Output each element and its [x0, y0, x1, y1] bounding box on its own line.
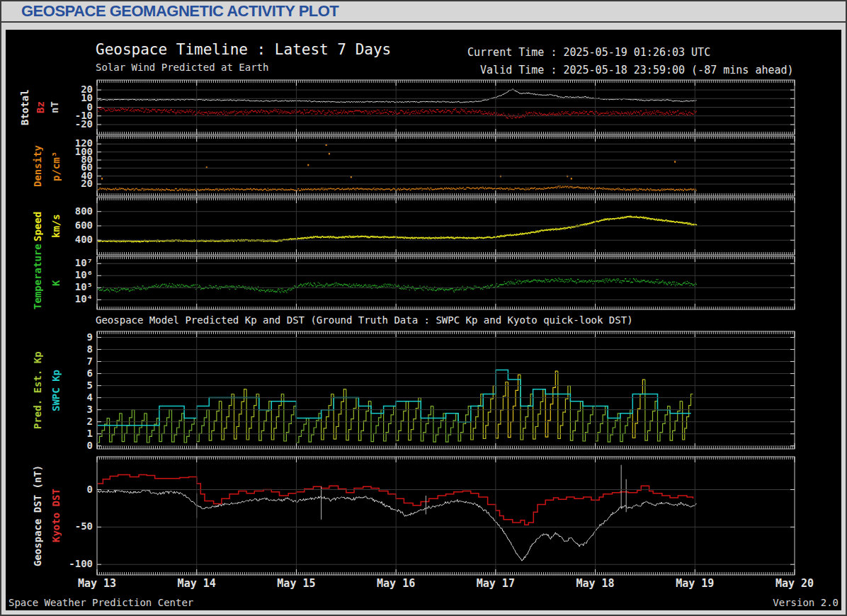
timeline-chart: Geospace Timeline : Latest 7 Days Solar … — [6, 30, 841, 610]
panel-axis-label-speed: km/s — [50, 198, 62, 255]
chart-svg — [6, 30, 841, 610]
panel-imf — [96, 89, 697, 119]
x-tick-label: May 20 — [766, 577, 823, 590]
panel-axis-label-imf: nT — [49, 80, 60, 135]
x-tick-label: May 15 — [268, 577, 324, 590]
series-Btotal — [97, 89, 697, 103]
panel-axis-label-temperature: K — [50, 256, 62, 309]
panel-dst — [97, 465, 697, 561]
page-title-bar: GEOSPACE GEOMAGNETIC ACTIVITY PLOT — [1, 1, 846, 23]
panel-axis-label-imf: Btotal — [19, 80, 30, 135]
panel-axis-label-temperature: Temperature — [32, 256, 43, 309]
x-tick-label: May 13 — [69, 577, 125, 590]
panel-axis-label-kp: Pred. Est. Kp — [32, 331, 43, 449]
x-tick-label: May 14 — [169, 577, 225, 590]
x-tick-label: May 18 — [567, 577, 624, 590]
panel-axis-label-imf: Bz — [35, 80, 46, 135]
footer-source: Space Weather Prediction Center — [8, 597, 193, 608]
series-Geospace DST — [97, 489, 697, 561]
panel-axis-label-density: p/cm³ — [50, 136, 62, 196]
panel-axis-label-dst: Geospace DST (nT) — [32, 457, 43, 575]
x-tick-label: May 17 — [467, 577, 524, 590]
panel-axis-label-density: Density — [32, 136, 43, 196]
panel-kp — [97, 370, 693, 445]
x-tick-label: May 16 — [368, 577, 424, 590]
y-tick-label-imf: -20 — [56, 118, 93, 130]
panel-axis-label-kp: SWPC Kp — [50, 331, 62, 449]
panel-speed — [96, 215, 697, 242]
footer-version: Version 2.0 — [773, 597, 839, 608]
x-tick-label: May 19 — [666, 577, 723, 590]
panel-axis-label-dst: Kyoto DST — [50, 457, 62, 575]
series-Kyoto DST — [97, 474, 693, 525]
page-title: GEOSPACE GEOMAGNETIC ACTIVITY PLOT — [21, 2, 339, 21]
geospace-activity-page: GEOSPACE GEOMAGNETIC ACTIVITY PLOT Geosp… — [0, 0, 847, 616]
panel-temperature — [96, 278, 697, 293]
series-Pred. Est. Kp — [683, 394, 693, 440]
